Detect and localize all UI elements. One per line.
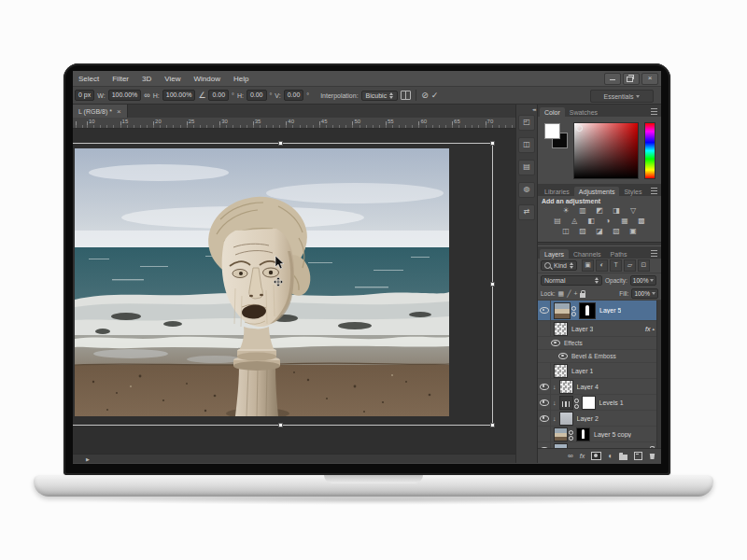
layer-row-layer-1[interactable]: Layer 1	[538, 363, 657, 379]
tab-channels[interactable]: Channels	[569, 249, 606, 259]
transform-handle-top-center[interactable]	[278, 141, 283, 146]
fill-dropdown[interactable]: 100%	[631, 288, 658, 299]
black-white-icon[interactable]: ◧	[585, 217, 597, 226]
filter-adjustment-layers-icon[interactable]: ◐	[596, 259, 608, 272]
width-field[interactable]: 100.00%	[108, 90, 142, 101]
layer-name[interactable]: Layer 3	[571, 326, 593, 332]
menu-3d[interactable]: 3D	[142, 75, 151, 83]
visibility-toggle[interactable]	[538, 442, 551, 448]
layer-thumbnail[interactable]	[554, 443, 568, 449]
invert-icon[interactable]: ◫	[560, 227, 571, 236]
layer-mask-thumbnail[interactable]	[582, 396, 596, 410]
eye-icon[interactable]	[551, 340, 560, 346]
visibility-toggle[interactable]	[538, 427, 551, 441]
layer-name[interactable]: Layer 4	[577, 384, 599, 390]
visibility-toggle[interactable]	[538, 411, 551, 426]
new-layer-icon[interactable]	[634, 452, 642, 460]
transform-handle-mid-right[interactable]	[490, 282, 495, 287]
layer-name[interactable]: Layer 5	[599, 307, 621, 314]
layer-row-layer-5-copy[interactable]: Layer 5 copy	[538, 427, 657, 442]
tab-styles[interactable]: Styles	[619, 187, 646, 196]
exposure-icon[interactable]: ◨	[611, 206, 622, 216]
dock-panel-1-icon[interactable]: ◰	[518, 115, 535, 131]
layer-row-background[interactable]: Background	[538, 442, 657, 448]
layer-thumbnail[interactable]	[554, 364, 568, 378]
tab-paths[interactable]: Paths	[606, 249, 632, 259]
menu-window[interactable]: Window	[193, 75, 219, 83]
layer-name[interactable]: Layer 2	[577, 415, 599, 422]
layer-thumbnail[interactable]	[559, 412, 573, 426]
new-group-icon[interactable]	[619, 455, 627, 460]
dock-panel-5-icon[interactable]: ⇄	[518, 204, 535, 220]
commit-transform-icon[interactable]: ✓	[431, 91, 439, 100]
layer-row-layer-4[interactable]: ↓ Layer 4	[538, 379, 657, 395]
layer-name[interactable]: Levels 1	[599, 399, 624, 406]
filter-kind-dropdown[interactable]: Kind	[541, 260, 577, 271]
lock-pixels-icon[interactable]: ╱	[567, 290, 571, 297]
filter-type-layers-icon[interactable]: T	[610, 259, 622, 272]
threshold-icon[interactable]: ◪	[594, 227, 605, 236]
saturation-brightness-box[interactable]	[573, 122, 639, 179]
lock-position-icon[interactable]: +	[573, 290, 577, 297]
menu-select[interactable]: Select	[78, 75, 99, 83]
layers-scrollbar[interactable]	[656, 301, 661, 448]
add-mask-icon[interactable]	[591, 452, 601, 460]
tab-swatches[interactable]: Swatches	[565, 107, 602, 117]
document-tab[interactable]: L (RGB/8) * ×	[73, 105, 128, 118]
dock-panel-2-icon[interactable]: ◫	[518, 137, 535, 153]
brightness-contrast-icon[interactable]: ☀	[560, 206, 571, 216]
curves-icon[interactable]: ◩	[594, 206, 605, 216]
layer-thumbnail[interactable]	[554, 427, 568, 441]
expand-panels-icon[interactable]: ◂◂	[532, 106, 535, 112]
height-field[interactable]: 100.00%	[162, 90, 196, 101]
color-balance-icon[interactable]: ◬	[569, 217, 580, 226]
visibility-toggle[interactable]	[538, 363, 551, 378]
hue-saturation-icon[interactable]: ▤	[552, 217, 563, 226]
panel-menu-icon[interactable]	[651, 250, 657, 257]
layer-name[interactable]: Layer 1	[571, 368, 593, 374]
color-picker-marker[interactable]	[576, 125, 583, 132]
menu-view[interactable]: View	[164, 75, 180, 83]
layer-style-icon[interactable]: fx	[580, 453, 585, 459]
bevel-emboss-label[interactable]: Bevel & Emboss	[571, 353, 616, 359]
warp-mode-icon[interactable]	[401, 91, 411, 100]
transform-handle-bottom-center[interactable]	[278, 423, 283, 427]
layer-row-levels-1[interactable]: ↓ Levels 1	[538, 395, 657, 411]
close-button[interactable]: ×	[641, 73, 658, 85]
restore-button[interactable]	[623, 73, 640, 85]
rotation-field[interactable]: 0.00	[208, 90, 229, 101]
visibility-toggle[interactable]	[538, 379, 551, 394]
layer-fx-badge[interactable]: fx	[645, 326, 650, 332]
tab-layers[interactable]: Layers	[540, 249, 569, 259]
adjustment-layer-icon[interactable]: ◐	[608, 452, 613, 461]
canvas-photo-beach-statue[interactable]	[75, 148, 449, 416]
levels-icon[interactable]: ▥	[577, 206, 588, 216]
photo-filter-icon[interactable]: ◑	[602, 217, 613, 226]
lock-transparency-icon[interactable]: ▦	[558, 290, 565, 297]
layer-row-layer-2[interactable]: ↓ Layer 2	[538, 411, 657, 427]
transform-handle-top-right[interactable]	[490, 141, 495, 146]
cancel-transform-icon[interactable]: ⊘	[421, 91, 429, 100]
visibility-toggle[interactable]	[538, 321, 551, 336]
lock-all-icon[interactable]	[580, 293, 585, 298]
channel-mixer-icon[interactable]: ▦	[619, 217, 630, 226]
blend-mode-dropdown[interactable]: Normal	[541, 275, 602, 286]
filter-pixel-layers-icon[interactable]: ▣	[582, 259, 594, 272]
posterize-icon[interactable]: ▨	[577, 227, 588, 236]
gradient-map-icon[interactable]: ▧	[611, 227, 622, 236]
dock-panel-4-icon[interactable]: ◍	[518, 182, 535, 198]
layer-name[interactable]: Background	[571, 447, 606, 449]
visibility-toggle[interactable]	[538, 301, 551, 320]
layer-row-effects[interactable]: Effects	[538, 337, 657, 350]
link-dimensions-icon[interactable]: ∞	[144, 91, 149, 100]
visibility-toggle[interactable]	[538, 395, 551, 410]
layer-thumbnail[interactable]	[559, 380, 573, 394]
filter-shape-layers-icon[interactable]: ▱	[624, 259, 636, 272]
layer-mask-thumbnail[interactable]	[576, 427, 590, 441]
tab-libraries[interactable]: Libraries	[540, 187, 574, 196]
workspace-switcher[interactable]: Essentials	[590, 90, 654, 103]
filter-smart-objects-icon[interactable]: ⊡	[638, 259, 650, 272]
status-arrow-icon[interactable]: ▶	[86, 456, 90, 462]
panel-menu-icon[interactable]	[651, 188, 657, 194]
tab-adjustments[interactable]: Adjustments	[574, 187, 620, 196]
